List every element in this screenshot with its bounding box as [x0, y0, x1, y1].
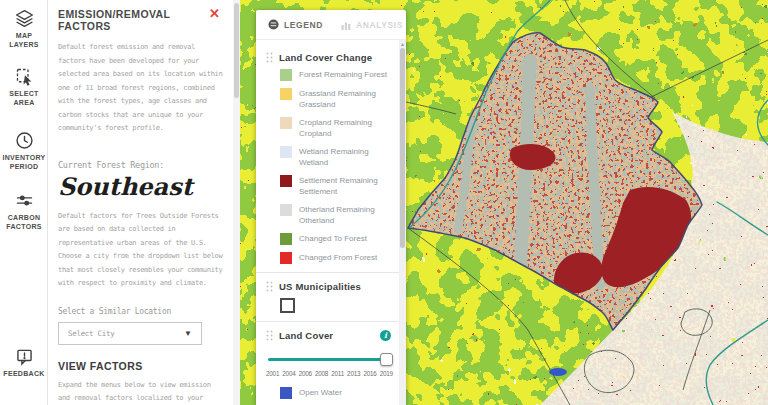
legend-swatch	[280, 252, 292, 264]
divider	[256, 321, 399, 322]
legend-scrollbar-thumb[interactable]	[400, 48, 405, 248]
legend-item-label: Changed From Forest	[299, 252, 377, 264]
intro-paragraph: Default forest emission and removal fact…	[58, 41, 226, 136]
tab-analysis-label: ANALYSIS	[356, 20, 403, 30]
year-tick[interactable]: 2016	[363, 370, 376, 377]
current-region-label: Current Forest Region:	[58, 160, 228, 170]
year-tick[interactable]: 2004	[282, 370, 295, 377]
year-tick[interactable]: 2011	[331, 370, 344, 377]
legend-swatch	[280, 233, 292, 245]
panel-scrollbar-thumb[interactable]	[234, 3, 239, 98]
section-title-land-cover-change: Land Cover Change	[279, 52, 372, 63]
legend-item: Settlement Remaining Settlement	[280, 175, 393, 197]
land-cover-items: Open WaterPerennial Ice And SnowDevelope…	[266, 387, 393, 405]
year-ticks: 20012004200620082011201320162019	[266, 370, 393, 377]
legend-item-label: Forest Remaining Forest	[299, 69, 387, 81]
legend-item-label: Cropland Remaining Cropland	[299, 117, 393, 139]
select-location-label: Select a Similar Location	[58, 307, 228, 316]
sidebar-item-label: CARBON FACTORS	[0, 214, 48, 231]
legend-item: Otherland Remaining Otherland	[280, 204, 393, 226]
legend-swatch	[280, 88, 292, 100]
divider	[256, 272, 399, 273]
legend-header: LEGEND ANALYSIS	[256, 10, 406, 40]
app-window: LEGEND ANALYSIS Land Cover Change Forest…	[0, 0, 768, 405]
legend-item-label: Wetland Remaining Wetland	[299, 146, 393, 168]
map-layers-icon	[14, 8, 35, 29]
year-slider-track[interactable]	[268, 358, 391, 361]
legend-item-label: Settlement Remaining Settlement	[299, 175, 393, 197]
legend-swatch	[280, 387, 292, 399]
legend-item: Wetland Remaining Wetland	[280, 146, 393, 168]
year-tick[interactable]: 2006	[299, 370, 312, 377]
legend-item-label: Changed To Forest	[299, 233, 367, 245]
legend-swatch	[280, 204, 292, 216]
select-area-icon	[14, 66, 35, 87]
year-tick[interactable]: 2001	[266, 370, 279, 377]
legend-swatch	[280, 69, 292, 81]
year-slider-handle[interactable]	[380, 353, 393, 366]
sidebar-item-feedback[interactable]: FEEDBACK	[0, 346, 48, 379]
legend-item: Changed From Forest	[280, 252, 393, 264]
info-icon[interactable]: i	[380, 330, 391, 341]
year-slider[interactable]	[268, 353, 391, 366]
legend-scrollbar[interactable]: ▲	[399, 40, 406, 405]
land-cover-change-items: Forest Remaining ForestGrassland Remaini…	[266, 69, 393, 264]
panel-scrollbar[interactable]	[233, 0, 240, 405]
tab-legend[interactable]: LEGEND	[268, 19, 323, 30]
view-factors-heading: VIEW FACTORS	[58, 360, 228, 372]
us-municipalities-checkbox[interactable]	[280, 298, 295, 313]
drag-handle-icon[interactable]	[266, 330, 273, 341]
scroll-up-arrow[interactable]: ▲	[399, 41, 406, 47]
drag-handle-icon[interactable]	[266, 281, 273, 292]
icon-sidebar: MAP LAYERS SELECT AREA INVENTORY PERIOD …	[0, 0, 48, 405]
drag-handle-icon[interactable]	[266, 52, 273, 63]
panel-title: EMISSION/REMOVAL FACTORS	[58, 8, 218, 32]
year-tick[interactable]: 2019	[380, 370, 393, 377]
sidebar-item-label: MAP LAYERS	[0, 32, 48, 49]
feedback-icon	[14, 346, 35, 367]
chevron-down-icon: ▼	[184, 329, 192, 338]
section-title-us-municipalities: US Municipalities	[279, 281, 361, 292]
legend-swatch	[280, 146, 292, 158]
current-region-value: Southeast	[58, 172, 228, 201]
legend-item-label: Open Water	[299, 387, 342, 399]
legend-swatch	[280, 175, 292, 187]
legend-item: Forest Remaining Forest	[280, 69, 393, 81]
legend-panel: LEGEND ANALYSIS Land Cover Change Forest…	[256, 10, 406, 405]
legend-item-label: Otherland Remaining Otherland	[299, 204, 393, 226]
view-factors-paragraph: Expand the menus below to view emission …	[58, 379, 226, 405]
sidebar-item-map-layers[interactable]: MAP LAYERS	[0, 8, 48, 49]
sliders-icon	[14, 190, 35, 211]
sidebar-item-select-area[interactable]: SELECT AREA	[0, 66, 48, 107]
sidebar-item-label: FEEDBACK	[3, 370, 44, 379]
sidebar-item-inventory-period[interactable]: INVENTORY PERIOD	[0, 130, 48, 171]
tab-analysis[interactable]: ANALYSIS	[341, 20, 403, 30]
sidebar-item-carbon-factors[interactable]: CARBON FACTORS	[0, 190, 48, 231]
select-city-value: Select City	[68, 329, 114, 338]
legend-item: Grassland Remaining Grassland	[280, 88, 393, 110]
legend-icon	[268, 19, 279, 30]
year-tick[interactable]: 2013	[347, 370, 360, 377]
legend-swatch	[280, 117, 292, 129]
factors-panel: EMISSION/REMOVAL FACTORS ✕ Default fores…	[48, 0, 240, 405]
clock-icon	[14, 130, 35, 151]
sidebar-item-label: SELECT AREA	[0, 90, 48, 107]
tof-paragraph: Default factors for Trees Outside Forest…	[58, 210, 226, 291]
legend-item-label: Grassland Remaining Grassland	[299, 88, 393, 110]
section-title-land-cover: Land Cover	[279, 330, 333, 341]
legend-item: Open Water	[280, 387, 393, 399]
close-icon[interactable]: ✕	[209, 7, 220, 20]
legend-item: Changed To Forest	[280, 233, 393, 245]
legend-body: Land Cover Change Forest Remaining Fores…	[256, 40, 399, 405]
year-tick[interactable]: 2008	[315, 370, 328, 377]
tab-legend-label: LEGEND	[284, 20, 323, 30]
legend-item: Cropland Remaining Cropland	[280, 117, 393, 139]
analysis-icon	[341, 20, 351, 30]
sidebar-item-label: INVENTORY PERIOD	[0, 154, 48, 171]
map-area[interactable]: LEGEND ANALYSIS Land Cover Change Forest…	[240, 0, 768, 405]
select-city-dropdown[interactable]: Select City ▼	[58, 322, 202, 345]
